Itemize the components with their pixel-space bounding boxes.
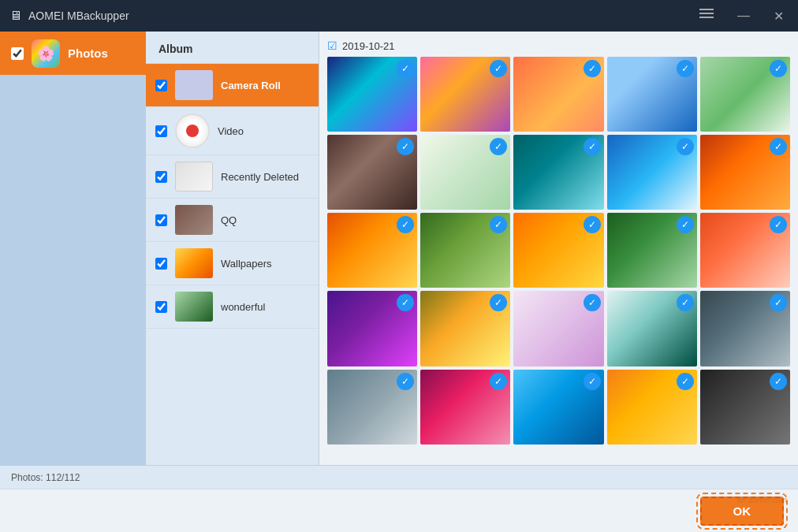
recently-deleted-thumb: [175, 162, 213, 192]
camera-roll-label: Camera Roll: [221, 80, 281, 91]
photo-cell-11[interactable]: ✓: [327, 213, 417, 288]
bottom-bar: OK: [0, 489, 798, 532]
photo-check-22: ✓: [490, 373, 507, 390]
video-thumb: [175, 113, 210, 148]
watermark: en.aomei.com: [737, 496, 787, 504]
photo-check-25: ✓: [770, 373, 787, 390]
photo-cell-1[interactable]: ✓: [327, 57, 417, 132]
photo-check-12: ✓: [490, 216, 507, 233]
album-item-video[interactable]: Video: [146, 107, 319, 155]
photo-cell-9[interactable]: ✓: [607, 135, 697, 210]
photo-cell-20[interactable]: ✓: [700, 291, 790, 366]
recently-deleted-checkbox[interactable]: [155, 171, 167, 183]
list-view-icon[interactable]: [695, 7, 718, 24]
wallpapers-checkbox[interactable]: [155, 258, 167, 270]
photo-check-18: ✓: [584, 294, 601, 311]
photos-checkbox[interactable]: [11, 47, 24, 60]
svg-rect-0: [699, 9, 714, 10]
photo-cell-14[interactable]: ✓: [607, 213, 697, 288]
album-item-wallpapers[interactable]: Wallpapers: [146, 242, 319, 285]
date-label: ☑ 2019-10-21: [327, 39, 790, 52]
photo-check-17: ✓: [490, 294, 507, 311]
album-panel-title: Album: [146, 32, 319, 64]
photo-check-14: ✓: [677, 216, 694, 233]
photo-check-24: ✓: [677, 373, 694, 390]
photos-icon: 🌸: [32, 39, 60, 68]
photo-check-4: ✓: [677, 60, 694, 77]
photo-cell-13[interactable]: ✓: [513, 213, 603, 288]
close-button[interactable]: ✕: [769, 7, 789, 25]
photo-check-16: ✓: [397, 294, 414, 311]
photo-check-21: ✓: [397, 373, 414, 390]
photo-check-20: ✓: [770, 294, 787, 311]
camera-roll-checkbox[interactable]: [155, 80, 167, 91]
photo-check-1: ✓: [397, 60, 414, 77]
photo-cell-4[interactable]: ✓: [607, 57, 697, 132]
album-item-wonderful[interactable]: wonderful: [146, 285, 319, 329]
photos-section-header[interactable]: 🌸 Photos: [0, 32, 146, 75]
photo-check-6: ✓: [397, 138, 414, 155]
photo-cell-22[interactable]: ✓: [420, 370, 510, 445]
album-item-recently-deleted[interactable]: Recently Deleted: [146, 155, 319, 199]
photo-check-8: ✓: [584, 138, 601, 155]
app-title: AOMEI MBackupper: [28, 9, 129, 22]
photo-grid: ✓ ✓ ✓ ✓ ✓ ✓ ✓: [327, 57, 790, 445]
photo-cell-17[interactable]: ✓: [420, 291, 510, 366]
photo-cell-6[interactable]: ✓: [327, 135, 417, 210]
app-icon: 🖥: [9, 9, 22, 23]
photo-check-11: ✓: [397, 216, 414, 233]
qq-label: QQ: [221, 214, 237, 226]
photo-cell-18[interactable]: ✓: [513, 291, 603, 366]
qq-checkbox[interactable]: [155, 214, 167, 226]
photo-check-13: ✓: [584, 216, 601, 233]
photo-cell-25[interactable]: ✓: [700, 370, 790, 445]
app-title-area: 🖥 AOMEI MBackupper: [9, 9, 129, 23]
camera-roll-thumb: [175, 70, 213, 100]
wonderful-checkbox[interactable]: [155, 301, 167, 313]
title-bar: 🖥 AOMEI MBackupper — ✕: [0, 0, 798, 32]
album-item-camera-roll[interactable]: Camera Roll: [146, 64, 319, 107]
photo-check-9: ✓: [677, 138, 694, 155]
window-controls: — ✕: [695, 7, 789, 25]
photo-cell-3[interactable]: ✓: [513, 57, 603, 132]
main-content: 🌸 Photos Album Camera Roll Video: [0, 32, 798, 465]
date-text: 2019-10-21: [342, 40, 395, 52]
photo-check-3: ✓: [584, 60, 601, 77]
wonderful-thumb: [175, 292, 213, 322]
svg-rect-2: [699, 17, 714, 18]
photo-check-19: ✓: [677, 294, 694, 311]
video-label: Video: [218, 125, 244, 137]
wallpapers-thumb: [175, 248, 213, 278]
qq-thumb: [175, 205, 213, 235]
status-text: Photos: 112/112: [11, 472, 80, 483]
album-panel: Album Camera Roll Video Recently Delet: [146, 32, 319, 465]
recently-deleted-label: Recently Deleted: [221, 171, 299, 183]
photo-cell-12[interactable]: ✓: [420, 213, 510, 288]
photo-cell-19[interactable]: ✓: [607, 291, 697, 366]
photo-check-2: ✓: [490, 60, 507, 77]
minimize-button[interactable]: —: [733, 7, 755, 24]
photo-cell-24[interactable]: ✓: [607, 370, 697, 445]
photo-cell-21[interactable]: ✓: [327, 370, 417, 445]
photo-cell-7[interactable]: ✓: [420, 135, 510, 210]
wallpapers-label: Wallpapers: [221, 258, 272, 270]
photo-check-5: ✓: [770, 60, 787, 77]
video-checkbox[interactable]: [155, 125, 167, 137]
date-check-icon: ☑: [327, 39, 337, 52]
svg-rect-1: [699, 13, 714, 14]
photo-cell-23[interactable]: ✓: [513, 370, 603, 445]
album-item-qq[interactable]: QQ: [146, 199, 319, 242]
photo-check-7: ✓: [490, 138, 507, 155]
photos-label: Photos: [68, 47, 108, 60]
photo-cell-2[interactable]: ✓: [420, 57, 510, 132]
sidebar: 🌸 Photos: [0, 32, 146, 465]
photo-cell-10[interactable]: ✓: [700, 135, 790, 210]
status-bar: Photos: 112/112: [0, 465, 798, 489]
date-section-2019-10-21: ☑ 2019-10-21 ✓ ✓ ✓ ✓ ✓: [327, 39, 790, 445]
photo-cell-16[interactable]: ✓: [327, 291, 417, 366]
photo-cell-15[interactable]: ✓: [700, 213, 790, 288]
photo-cell-8[interactable]: ✓: [513, 135, 603, 210]
photo-cell-5[interactable]: ✓: [700, 57, 790, 132]
photo-check-23: ✓: [584, 373, 601, 390]
photo-panel[interactable]: ☑ 2019-10-21 ✓ ✓ ✓ ✓ ✓: [319, 32, 798, 465]
